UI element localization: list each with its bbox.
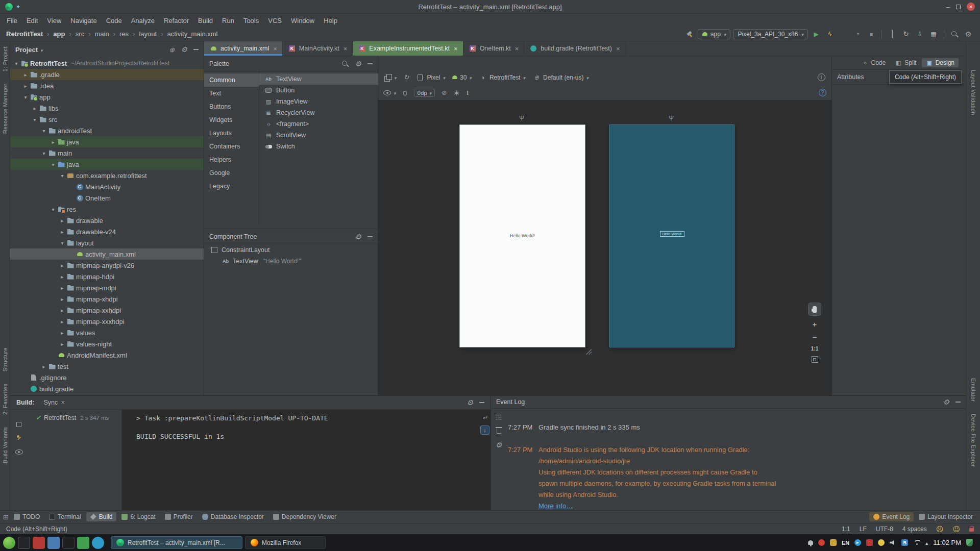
tree-row[interactable]: ▸ mipmap-hdpi	[10, 271, 204, 282]
tool-window-button[interactable]: Profiler	[161, 512, 197, 521]
breadcrumb-item[interactable]: res	[109, 30, 129, 38]
menu-item[interactable]: Window	[286, 14, 319, 27]
view-options-select[interactable]	[383, 89, 396, 96]
tree-row[interactable]: ▾ main	[10, 147, 204, 159]
pan-hand-button[interactable]	[808, 303, 821, 316]
lock-icon[interactable]	[969, 528, 974, 532]
palette-item[interactable]: Button	[259, 85, 378, 96]
tree-row[interactable]: ▸ values	[10, 327, 204, 338]
editor-tab[interactable]: activity_main.xml	[204, 41, 283, 56]
menu-item[interactable]: Analyze	[127, 14, 159, 27]
textview-hello-world[interactable]: Hello World!	[460, 233, 585, 238]
resize-handle[interactable]	[585, 348, 592, 355]
terminal-app-icon[interactable]	[18, 537, 30, 549]
minimize-icon[interactable]	[946, 3, 950, 11]
tool-window-button[interactable]: Build	[86, 512, 117, 521]
profile-icon[interactable]	[852, 29, 863, 40]
tree-expand-icon[interactable]: ▸	[58, 330, 66, 336]
gear-icon[interactable]	[943, 398, 949, 406]
zoom-in-button[interactable]	[813, 320, 817, 329]
security-shield-icon[interactable]	[966, 539, 973, 546]
search-everywhere-icon[interactable]	[949, 29, 960, 40]
menu-item[interactable]: Navigate	[66, 14, 101, 27]
hide-panel-icon[interactable]	[193, 49, 199, 50]
locale-selector[interactable]: Default (en-us)	[532, 73, 589, 82]
autoconnect-magnet-icon[interactable]	[403, 89, 407, 96]
infer-constraints-icon[interactable]	[453, 88, 460, 97]
status-indicator[interactable]: UTF-8	[876, 525, 893, 533]
layout-canvas[interactable]: Ψ Ψ Hello World! Hello World! 1:1	[378, 100, 831, 395]
gear-icon[interactable]	[355, 233, 361, 241]
design-view-phone[interactable]: Hello World!	[459, 124, 585, 347]
hide-panel-icon[interactable]	[479, 402, 484, 403]
textview-hello-world-blueprint[interactable]: Hello World!	[660, 231, 684, 237]
palette-item[interactable]: ScrollView	[259, 130, 378, 141]
tree-expand-icon[interactable]: ▾	[21, 94, 30, 100]
close-tab-icon[interactable]	[454, 45, 458, 53]
tool-window-switcher-icon[interactable]	[3, 513, 9, 521]
gear-icon[interactable]	[355, 60, 361, 68]
zoom-out-button[interactable]	[813, 333, 817, 341]
tree-expand-icon[interactable]: ▸	[58, 319, 66, 324]
media-app-icon[interactable]	[62, 537, 75, 549]
tree-row[interactable]: ▸ mipmap-xhdpi	[10, 293, 204, 305]
tree-row[interactable]: ▸ mipmap-xxhdpi	[10, 305, 204, 316]
tree-row[interactable]: ▾ src	[10, 114, 204, 125]
status-indicator[interactable]: 1:1	[842, 525, 850, 533]
help-icon[interactable]	[819, 89, 826, 96]
device-select[interactable]: Pixel_3a_API_30_x86	[733, 29, 808, 39]
scroll-to-end-icon[interactable]	[480, 425, 489, 435]
editor-tab[interactable]: MainActivity.kt	[283, 41, 353, 56]
taskbar-window-button[interactable]: Mozilla Firefox	[245, 536, 326, 549]
tree-expand-icon[interactable]: ▸	[58, 274, 66, 280]
tool-window-button[interactable]: 2: Favorites	[2, 384, 8, 415]
filter-icon[interactable]	[496, 415, 502, 420]
tree-row[interactable]: MainActivity	[10, 181, 204, 192]
tray-red-icon[interactable]	[866, 539, 873, 546]
settings-icon[interactable]	[496, 441, 502, 449]
notification-badge-icon[interactable]	[818, 539, 825, 546]
tree-row[interactable]: ▾ res	[10, 204, 204, 215]
hide-panel-icon[interactable]	[955, 402, 961, 403]
tool-window-button[interactable]: Layout Inspector	[915, 512, 977, 521]
tool-window-button[interactable]: Terminal	[45, 512, 85, 521]
build-tab-sync[interactable]: Sync	[43, 399, 64, 406]
zoom-to-fit-button[interactable]	[812, 356, 818, 363]
menu-item[interactable]: Tools	[239, 14, 263, 27]
close-tab-icon[interactable]	[344, 45, 348, 53]
palette-item[interactable]: ImageView	[259, 96, 378, 107]
tree-expand-icon[interactable]: ▸	[58, 285, 66, 291]
palette-item[interactable]: Switch	[259, 141, 378, 152]
tree-expand-icon[interactable]: ▸	[58, 263, 66, 268]
palette-category[interactable]: Layouts	[204, 127, 259, 140]
run-configuration-select[interactable]: app	[698, 29, 731, 39]
hide-panel-icon[interactable]	[368, 236, 373, 237]
status-indicator[interactable]: LF	[860, 525, 867, 533]
editor-tab[interactable]: ExampleInstrumentedTest.kt	[353, 41, 463, 56]
tree-row[interactable]: ▾ java	[10, 159, 204, 170]
maximize-icon[interactable]	[956, 5, 961, 9]
tool-window-button[interactable]: Build Variants	[2, 427, 8, 463]
tree-row[interactable]: activity_main.xml	[10, 248, 204, 260]
tray-expand-icon[interactable]	[925, 539, 928, 546]
stop-icon[interactable]	[16, 422, 21, 427]
clear-constraints-icon[interactable]	[442, 89, 447, 96]
tool-window-button[interactable]: Emulator	[970, 378, 976, 402]
breadcrumb-item[interactable]: layout	[129, 30, 157, 38]
zoom-level-button[interactable]: 1:1	[811, 346, 818, 352]
default-margin-select[interactable]: 0dp	[414, 89, 435, 97]
tree-row[interactable]: ▾ androidTest	[10, 125, 204, 136]
tree-expand-icon[interactable]: ▸	[21, 83, 30, 89]
messenger-icon[interactable]	[854, 539, 861, 546]
menu-item[interactable]: View	[42, 14, 66, 27]
tool-window-button[interactable]: Structure	[2, 347, 8, 371]
tree-expand-icon[interactable]: ▾	[49, 207, 57, 212]
menu-item[interactable]: VCS	[263, 14, 286, 27]
palette-category[interactable]: Legacy	[204, 180, 259, 193]
component-tree-row[interactable]: ConstraintLayout	[204, 244, 378, 256]
tree-expand-icon[interactable]: ▾	[12, 61, 20, 66]
tool-window-button[interactable]: TODO	[10, 512, 44, 521]
close-tab-icon[interactable]	[616, 45, 620, 53]
tree-expand-icon[interactable]: ▾	[40, 151, 48, 156]
feedback-sad-icon[interactable]	[936, 525, 944, 533]
